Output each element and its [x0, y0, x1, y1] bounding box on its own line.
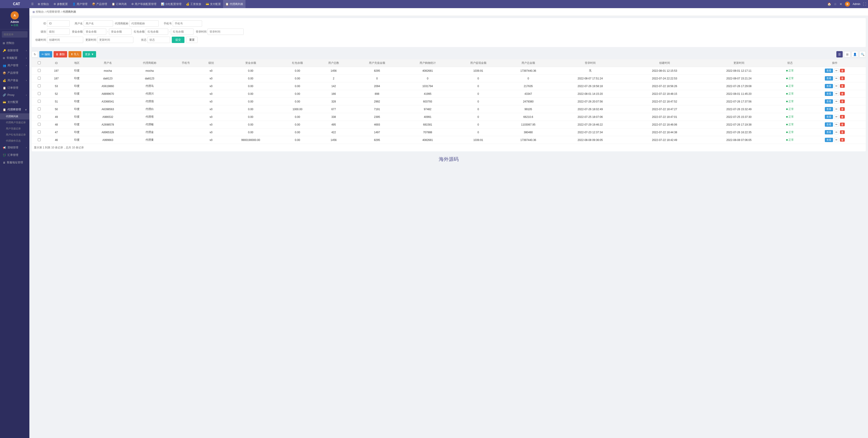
nav-salary[interactable]: 💰工资发放 [184, 0, 204, 8]
reset-button[interactable]: 重置 [186, 37, 197, 43]
login-time-input[interactable] [208, 29, 244, 35]
sidebar-item-agent-mgmt[interactable]: 📋 代理商管理 ∨ [0, 106, 29, 113]
select-all-checkbox[interactable] [38, 61, 41, 64]
view-detail-button[interactable]: 查看 [825, 130, 833, 135]
created-time-input[interactable] [47, 37, 83, 43]
row-select-checkbox[interactable] [38, 100, 41, 103]
view-detail-button[interactable]: 查看 [825, 99, 833, 104]
view-detail-button[interactable]: 查看 [825, 84, 833, 88]
delete-row-button[interactable]: 🗑 [840, 69, 845, 72]
view-list-button[interactable]: ☰ [836, 51, 843, 57]
nav-users[interactable]: 👤用户管理 [70, 0, 90, 8]
phone-input[interactable] [173, 20, 202, 27]
id-input[interactable] [47, 20, 70, 27]
refresh-button[interactable]: ↻ [32, 51, 38, 57]
sidebar-item-users[interactable]: 👥 用户管理 › [0, 62, 29, 69]
sidebar-subitem-user-recharge[interactable]: 用户充值记录 [0, 125, 29, 132]
balance-input-2[interactable] [109, 29, 131, 35]
submit-button[interactable]: 提交 [172, 37, 184, 43]
nav-dividend-config[interactable]: 📊分红配置管理 [159, 0, 184, 8]
more-button[interactable]: 更多 ▼ [83, 51, 96, 57]
breadcrumb-parent[interactable]: 代理商管理 [46, 10, 60, 14]
sidebar-item-permissions[interactable]: 🔑 权限管理 › [0, 47, 29, 54]
view-detail-button[interactable]: 查看 [825, 138, 833, 142]
row-select-checkbox[interactable] [38, 92, 41, 95]
view-grid-button[interactable]: ⊞ [844, 51, 850, 57]
nav-payment[interactable]: 💳支付配置 [204, 0, 223, 8]
menu-toggle-icon[interactable]: ☰ [31, 2, 34, 6]
edit-row-button[interactable]: ✏ [834, 76, 839, 81]
agent-name-input[interactable] [129, 20, 159, 27]
delete-row-button[interactable]: 🗑 [840, 107, 845, 111]
sidebar-item-capital[interactable]: 💰 用户资金 › [0, 77, 29, 84]
delete-row-button[interactable]: 🗑 [840, 99, 845, 103]
sidebar-item-rules[interactable]: ⚙ 常规配置 › [0, 54, 29, 62]
level-input[interactable] [47, 29, 70, 35]
edit-row-button[interactable]: ✏ [834, 115, 839, 119]
edit-row-button[interactable]: ✏ [834, 107, 839, 111]
view-detail-button[interactable]: 查看 [825, 92, 833, 96]
row-select-checkbox[interactable] [38, 69, 41, 72]
delete-row-button[interactable]: 🗑 [840, 130, 845, 134]
delete-row-button[interactable]: 🗑 [840, 84, 845, 88]
status-input[interactable] [147, 37, 170, 43]
nav-level-config[interactable]: ⚙用户等级配置管理 [129, 0, 159, 8]
edit-button[interactable]: ✏ 编辑 [39, 51, 52, 57]
sidebar-item-products[interactable]: 📦 产品管理 [0, 69, 29, 77]
star-icon[interactable]: ☆ [834, 2, 837, 6]
sidebar-subitem-agent-list[interactable]: 代理商列表 [0, 113, 29, 119]
sidebar-item-marketing[interactable]: 📢 营销管理 › [0, 144, 29, 151]
nav-agent-list[interactable]: 📋代理商列表 [223, 0, 246, 8]
sidebar-item-dashboard[interactable]: ⊞ 控制台 [0, 39, 29, 47]
close-nav-icon[interactable]: ✕ [839, 2, 842, 6]
edit-row-button[interactable]: ✏ [834, 99, 839, 104]
view-detail-button[interactable]: 查看 [825, 68, 833, 73]
row-select-checkbox[interactable] [38, 123, 41, 126]
row-select-checkbox[interactable] [38, 130, 41, 134]
edit-row-button[interactable]: ✏ [834, 84, 839, 88]
red-balance-input-2[interactable] [171, 29, 193, 35]
row-select-checkbox[interactable] [38, 77, 41, 80]
sidebar-subitem-red-packet[interactable]: 用户红包充值记录 [0, 132, 29, 138]
breadcrumb-home[interactable]: 控制台 [36, 10, 44, 14]
delete-row-button[interactable]: 🗑 [840, 138, 845, 142]
row-select-checkbox[interactable] [38, 108, 41, 110]
view-user-button[interactable]: 👤 [852, 51, 858, 57]
nav-orders[interactable]: 📋订单列表 [110, 0, 129, 8]
balance-input-1[interactable] [84, 29, 106, 35]
updated-time-input[interactable] [97, 37, 133, 43]
sidebar-subitem-op-log[interactable]: 代理操作日志 [0, 138, 29, 144]
row-select-checkbox[interactable] [38, 138, 41, 141]
delete-row-button[interactable]: 🗑 [840, 115, 845, 119]
edit-row-button[interactable]: ✏ [834, 92, 839, 96]
delete-row-button[interactable]: 🗑 [840, 92, 845, 95]
sidebar-item-payment[interactable]: 💳 支付配置 [0, 98, 29, 106]
nav-products[interactable]: 📦产品管理 [90, 0, 110, 8]
edit-row-button[interactable]: ✏ [834, 68, 839, 73]
sidebar-item-orders[interactable]: 📋 订单管理 [0, 84, 29, 92]
username-input[interactable] [84, 20, 113, 27]
nav-params[interactable]: ⚙参数配置 [51, 0, 70, 8]
row-select-checkbox[interactable] [38, 115, 41, 118]
nav-dashboard[interactable]: ⊞控制台 [35, 0, 51, 8]
sidebar-subitem-agent-users[interactable]: 代理商户充值记录 [0, 119, 29, 125]
view-detail-button[interactable]: 查看 [825, 107, 833, 111]
row-select-checkbox[interactable] [38, 84, 41, 87]
import-button[interactable]: ⬆ 导入 [68, 51, 81, 57]
view-detail-button[interactable]: 查看 [825, 115, 833, 119]
red-balance-input-1[interactable] [146, 29, 168, 35]
sidebar-search-input[interactable] [2, 31, 28, 37]
sidebar-item-exchange[interactable]: 💱 汇率管理 [0, 151, 29, 159]
edit-row-button[interactable]: ✏ [834, 138, 839, 142]
view-detail-button[interactable]: 查看 [825, 76, 833, 81]
delete-row-button[interactable]: 🗑 [840, 123, 845, 126]
sidebar-item-proxy[interactable]: 🔗 Proxy › [0, 92, 29, 98]
delete-row-button[interactable]: 🗑 [840, 77, 845, 80]
sidebar-item-server-addr[interactable]: 🖥 客服地址管理 [0, 159, 29, 166]
view-detail-button[interactable]: 查看 [825, 122, 833, 127]
home-icon[interactable]: 🏠 [827, 2, 831, 6]
delete-button[interactable]: 🗑 删除 [54, 51, 67, 57]
expand-icon[interactable]: ⛶ [863, 2, 866, 6]
edit-row-button[interactable]: ✏ [834, 122, 839, 127]
search-toolbar-button[interactable]: 🔍 [860, 51, 866, 57]
